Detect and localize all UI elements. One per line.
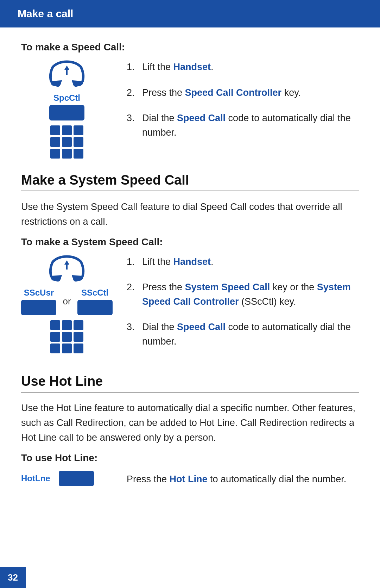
system-speed-call-body: Use the System Speed Call feature to dia…: [21, 200, 359, 229]
or-label: or: [63, 296, 71, 307]
sscusr-key-label: SScUsr: [24, 288, 54, 298]
keypad-cell: [50, 149, 60, 159]
spcctl-key-button[interactable]: [49, 105, 84, 120]
page-number-badge: 32: [0, 567, 26, 588]
dual-buttons: SScUsr or SScCtl: [21, 288, 112, 315]
keypad-cell: [62, 343, 72, 353]
step-1: 1. Lift the Handset.: [127, 60, 359, 74]
speed-call-steps-col: 1. Lift the Handset. 2. Press the Speed …: [127, 60, 359, 159]
keypad-cell: [74, 125, 83, 135]
sscctl-button-group: SScCtl: [77, 288, 113, 315]
keypad-cell: [62, 137, 72, 147]
handset-icon: [44, 60, 90, 88]
keypad-cell: [74, 149, 83, 159]
sscctl-key-label: SScCtl: [81, 288, 108, 298]
system-speed-call-steps-list: 1. Lift the Handset. 2. Press the System…: [127, 255, 359, 349]
sscusr-key-button[interactable]: [21, 300, 56, 315]
header-title: Make a call: [18, 8, 73, 19]
keypad-cell: [62, 149, 72, 159]
handset-icon-2: [44, 255, 90, 283]
hotlne-key-button[interactable]: [59, 471, 94, 486]
keypad-cell: [62, 332, 72, 342]
keypad-cell: [62, 320, 72, 330]
keypad-cell: [50, 320, 60, 330]
keypad-cell: [50, 125, 60, 135]
handset-bold-2: Handset: [173, 256, 211, 267]
hotlne-key-label: HotLne: [21, 474, 50, 483]
sys-step-3: 3. Dial the Speed Call code to automatic…: [127, 320, 359, 348]
speed-call-bold: Speed Call: [177, 113, 226, 123]
hot-line-subheading: To use Hot Line:: [21, 452, 359, 464]
system-speed-call-layout: SScUsr or SScCtl: [21, 255, 359, 360]
speed-call-subheading: To make a Speed Call:: [21, 42, 359, 53]
keypad-cell: [74, 320, 83, 330]
sscusr-button-group: SScUsr: [21, 288, 56, 315]
hotline-image-col: HotLne: [21, 471, 113, 486]
hotline-row: HotLne Press the Hot Line to automatical…: [21, 471, 359, 487]
hotline-text-col: Press the Hot Line to automatically dial…: [127, 471, 359, 487]
speed-call-layout: SpcCtl 1. Lift the Handset.: [21, 60, 359, 159]
keypad-cell: [74, 332, 83, 342]
system-speed-call-heading: Make a System Speed Call: [21, 173, 359, 191]
sscctl-key-button[interactable]: [77, 300, 113, 315]
speed-call-image-col: SpcCtl: [21, 60, 113, 159]
speed-call-bold-2: Speed Call: [177, 322, 226, 332]
keypad-icon: [50, 125, 83, 159]
keypad-cell: [50, 137, 60, 147]
step-3: 3. Dial the Speed Call code to automatic…: [127, 111, 359, 140]
speed-call-steps-list: 1. Lift the Handset. 2. Press the Speed …: [127, 60, 359, 140]
system-speed-call-bold: System Speed Call: [185, 282, 270, 292]
handset-bold: Handset: [173, 62, 211, 72]
spcctl-key-label: SpcCtl: [53, 93, 80, 103]
system-speed-call-subheading: To make a System Speed Call:: [21, 236, 359, 248]
system-speed-call-image-col: SScUsr or SScCtl: [21, 255, 113, 360]
hot-line-bold: Hot Line: [170, 474, 208, 484]
keypad-cell: [62, 125, 72, 135]
keypad-cell: [74, 343, 83, 353]
system-speed-call-steps-col: 1. Lift the Handset. 2. Press the System…: [127, 255, 359, 360]
svg-marker-0: [64, 66, 69, 70]
svg-marker-2: [64, 260, 69, 265]
header-bar: Make a call: [0, 0, 380, 27]
sys-step-2: 2. Press the System Speed Call key or th…: [127, 280, 359, 309]
speed-call-controller-bold: Speed Call Controller: [185, 87, 282, 98]
spcctl-button-group: SpcCtl: [49, 93, 84, 120]
hot-line-heading: Use Hot Line: [21, 374, 359, 392]
keypad-cell: [50, 332, 60, 342]
keypad-cell: [50, 343, 60, 353]
step-2: 2. Press the Speed Call Controller key.: [127, 86, 359, 100]
keypad-icon-2: [50, 320, 83, 353]
hot-line-body: Use the Hot Line feature to automaticall…: [21, 401, 359, 445]
page-content: To make a Speed Call: SpcCtl: [0, 42, 380, 521]
sys-step-1: 1. Lift the Handset.: [127, 255, 359, 269]
page-number: 32: [8, 572, 18, 583]
keypad-cell: [74, 137, 83, 147]
